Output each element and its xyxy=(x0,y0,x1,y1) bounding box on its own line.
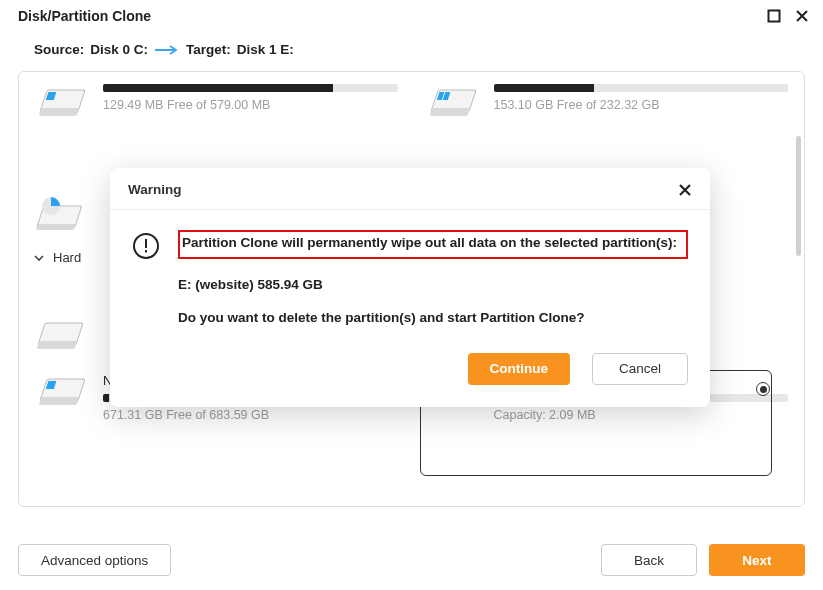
exclamation-icon xyxy=(132,232,160,260)
warning-modal: Warning Partition Clone will permanently… xyxy=(110,168,710,407)
modal-content: Partition Clone will permanently wipe ou… xyxy=(178,230,688,325)
cancel-button[interactable]: Cancel xyxy=(592,353,688,385)
confirm-text: Do you want to delete the partition(s) a… xyxy=(178,310,688,325)
modal-title: Warning xyxy=(128,182,182,197)
warning-text: Partition Clone will permanently wipe ou… xyxy=(182,234,680,253)
affected-partition: E: (website) 585.94 GB xyxy=(178,277,688,292)
close-icon[interactable] xyxy=(678,183,692,197)
modal-body: Partition Clone will permanently wipe ou… xyxy=(110,210,710,339)
continue-button[interactable]: Continue xyxy=(468,353,571,385)
svg-rect-20 xyxy=(145,239,147,248)
warning-highlight-box: Partition Clone will permanently wipe ou… xyxy=(178,230,688,259)
modal-header: Warning xyxy=(110,168,710,210)
svg-rect-21 xyxy=(145,250,147,253)
modal-footer: Continue Cancel xyxy=(110,339,710,407)
